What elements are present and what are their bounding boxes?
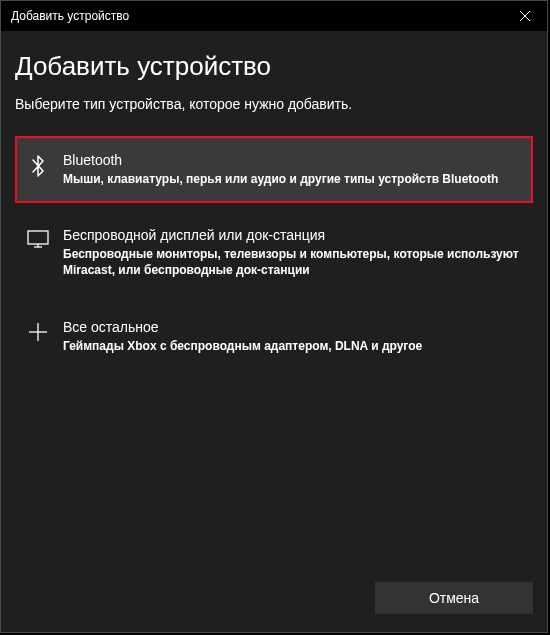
dialog-heading: Добавить устройство: [15, 51, 533, 82]
dialog-footer: Отмена: [1, 582, 547, 632]
dialog-content: Добавить устройство Выберите тип устройс…: [1, 31, 547, 582]
dialog-subheading: Выберите тип устройства, которое нужно д…: [15, 96, 533, 112]
option-desc: Геймпады Xbox с беспроводным адаптером, …: [63, 338, 521, 354]
option-text: Bluetooth Мыши, клавиатуры, перья или ау…: [63, 152, 521, 187]
svg-rect-2: [28, 231, 48, 244]
option-title: Bluetooth: [63, 152, 521, 168]
option-text: Все остальное Геймпады Xbox с беспроводн…: [63, 319, 521, 354]
titlebar-text: Добавить устройство: [11, 9, 129, 23]
option-desc: Мыши, клавиатуры, перья или аудио и друг…: [63, 171, 521, 187]
cancel-button[interactable]: Отмена: [375, 582, 533, 614]
plus-icon: [27, 322, 49, 344]
bluetooth-icon: [27, 155, 49, 177]
option-desc: Беспроводные мониторы, телевизоры и комп…: [63, 246, 521, 278]
close-icon: [520, 11, 530, 21]
option-bluetooth[interactable]: Bluetooth Мыши, клавиатуры, перья или ау…: [15, 136, 533, 203]
option-wireless-display[interactable]: Беспроводной дисплей или док-станция Бес…: [15, 211, 533, 294]
add-device-dialog: Добавить устройство Добавить устройство …: [0, 0, 548, 633]
option-text: Беспроводной дисплей или док-станция Бес…: [63, 227, 521, 278]
option-title: Беспроводной дисплей или док-станция: [63, 227, 521, 243]
display-icon: [27, 230, 49, 252]
titlebar: Добавить устройство: [1, 1, 547, 31]
option-everything-else[interactable]: Все остальное Геймпады Xbox с беспроводн…: [15, 303, 533, 370]
option-title: Все остальное: [63, 319, 521, 335]
close-button[interactable]: [502, 1, 547, 31]
